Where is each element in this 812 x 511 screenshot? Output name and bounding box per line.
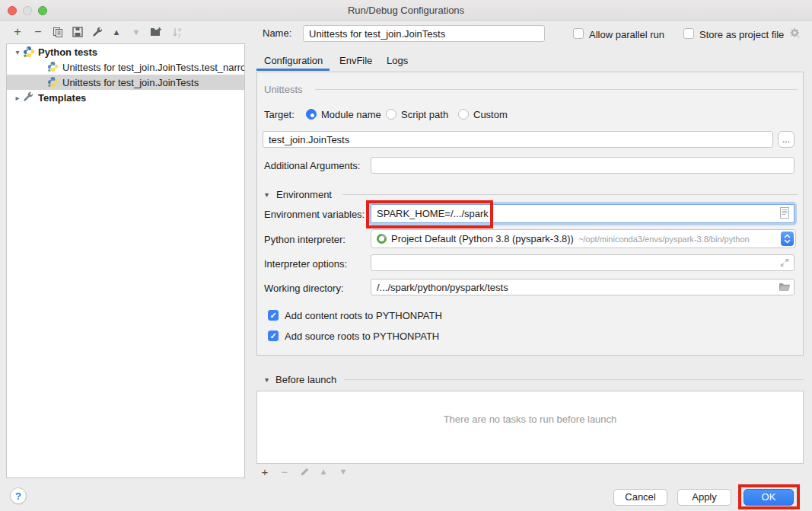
target-custom-radio[interactable] <box>458 109 469 120</box>
target-module-name-radio[interactable] <box>306 109 317 120</box>
chevron-down-icon[interactable]: ▾ <box>12 48 23 56</box>
remove-task-icon[interactable]: − <box>278 465 291 478</box>
add-configuration-icon[interactable]: + <box>11 25 24 39</box>
save-configuration-icon[interactable] <box>71 25 84 39</box>
move-down-icon[interactable]: ▼ <box>129 25 143 39</box>
copy-configuration-icon[interactable] <box>51 25 65 39</box>
move-up-icon[interactable]: ▲ <box>110 25 123 39</box>
environment-collapse-icon[interactable]: ▾ <box>265 190 269 199</box>
sort-configurations-icon[interactable]: az <box>170 25 184 39</box>
tree-item-templates[interactable]: ▸ Templates <box>7 90 244 105</box>
conda-environment-icon <box>377 234 387 244</box>
unittests-group-line <box>315 89 798 90</box>
tree-item-label: Templates <box>38 92 86 104</box>
tree-item-unittests-test-narrow[interactable]: Unittests for test_join.JoinTests.test_n… <box>7 59 244 75</box>
cancel-button[interactable]: Cancel <box>613 489 667 506</box>
name-label: Name: <box>263 27 291 39</box>
svg-text:a: a <box>178 27 181 32</box>
tree-item-unittests-jointests-selected[interactable]: Unittests for test_join.JoinTests <box>7 75 244 90</box>
environment-variables-input[interactable]: SPARK_HOME=/.../spark <box>371 204 794 223</box>
browse-folder-icon[interactable] <box>779 283 791 294</box>
tree-item-label: Unittests for test_join.JoinTests.test_n… <box>62 62 244 73</box>
tab-logs[interactable]: Logs <box>387 55 408 66</box>
working-directory-input[interactable] <box>371 279 794 295</box>
target-script-path-label: Script path <box>401 109 448 120</box>
title-bar: Run/Debug Configurations <box>0 0 812 21</box>
active-tab-underline <box>256 69 330 71</box>
python-interpreter-value: Project Default (Python 3.8 (pyspark-3.8… <box>391 233 574 244</box>
target-label: Target: <box>264 109 295 120</box>
help-button[interactable]: ? <box>10 487 27 504</box>
allow-parallel-run-checkbox[interactable] <box>573 28 584 39</box>
environment-section-label: Environment <box>276 189 332 200</box>
add-source-roots-label: Add source roots to PYTHONPATH <box>285 331 439 342</box>
additional-arguments-input[interactable] <box>371 157 794 174</box>
before-launch-section-label: Before launch <box>275 374 336 385</box>
python-interpreter-path: ~/opt/miniconda3/envs/pyspark-3.8/bin/py… <box>578 235 750 244</box>
environment-section-line <box>342 194 798 195</box>
window-title: Run/Debug Configurations <box>0 5 812 16</box>
python-interpreter-select[interactable]: Project Default (Python 3.8 (pyspark-3.8… <box>371 229 796 248</box>
add-task-icon[interactable]: + <box>258 465 272 478</box>
python-test-icon <box>47 61 59 73</box>
create-new-folder-icon[interactable] <box>149 25 163 39</box>
add-content-roots-label: Add content roots to PYTHONPATH <box>285 310 442 321</box>
name-input[interactable] <box>303 25 545 42</box>
svg-text:z: z <box>178 33 181 38</box>
before-launch-collapse-icon[interactable]: ▾ <box>265 375 269 384</box>
chevron-right-icon[interactable]: ▸ <box>12 94 23 102</box>
configurations-tree: ▾ Python tests Unittests for test_join.J… <box>6 43 245 478</box>
python-interpreter-label: Python interpreter: <box>264 234 345 245</box>
move-task-down-icon[interactable]: ▼ <box>339 467 348 476</box>
interpreter-options-input[interactable] <box>371 254 794 271</box>
tree-item-label: Unittests for test_join.JoinTests <box>62 77 199 88</box>
python-test-icon <box>47 76 59 88</box>
module-name-input[interactable] <box>263 131 773 148</box>
tree-item-label: Python tests <box>38 46 97 58</box>
environment-variables-label: Environment variables: <box>264 209 365 220</box>
tree-item-python-tests[interactable]: ▾ Python tests <box>7 44 244 59</box>
edit-variables-icon[interactable] <box>780 207 789 221</box>
remove-configuration-icon[interactable]: − <box>31 25 45 39</box>
target-module-name-label: Module name <box>321 109 381 120</box>
before-launch-empty-text: There are no tasks to run before launch <box>257 414 803 425</box>
allow-parallel-run-label: Allow parallel run <box>589 29 664 40</box>
store-as-project-file-checkbox[interactable] <box>683 28 694 39</box>
add-content-roots-checkbox[interactable]: ✓ <box>268 310 279 321</box>
interpreter-options-label: Interpreter options: <box>264 258 347 270</box>
templates-wrench-icon <box>23 91 35 104</box>
additional-arguments-label: Additional Arguments: <box>264 160 360 171</box>
working-directory-label: Working directory: <box>264 283 344 294</box>
before-launch-task-list: There are no tasks to run before launch <box>256 391 804 464</box>
unittests-group-label: Unittests <box>264 84 303 95</box>
move-task-up-icon[interactable]: ▲ <box>320 467 328 476</box>
apply-button[interactable]: Apply <box>677 489 731 506</box>
expand-field-icon[interactable] <box>779 257 790 270</box>
add-source-roots-checkbox[interactable]: ✓ <box>268 331 279 341</box>
run-debug-configurations-dialog: Run/Debug Configurations + − ▲ ▼ az ▾ Py… <box>0 0 812 511</box>
tab-envfile[interactable]: EnvFile <box>339 55 372 66</box>
store-as-project-file-label: Store as project file <box>699 29 784 40</box>
edit-task-icon[interactable] <box>298 465 311 478</box>
before-launch-section-line <box>344 379 804 380</box>
python-tests-icon <box>23 46 35 58</box>
target-script-path-radio[interactable] <box>386 109 396 120</box>
ok-button[interactable]: OK <box>744 489 794 506</box>
tab-configuration[interactable]: Configuration <box>264 55 323 66</box>
store-options-gear-icon[interactable] <box>788 27 801 41</box>
select-stepper-icon[interactable] <box>781 232 794 246</box>
browse-module-button[interactable]: ... <box>778 131 794 148</box>
target-custom-label: Custom <box>473 109 508 120</box>
edit-templates-icon[interactable] <box>91 25 104 39</box>
environment-variables-value: SPARK_HOME=/.../spark <box>377 208 788 219</box>
